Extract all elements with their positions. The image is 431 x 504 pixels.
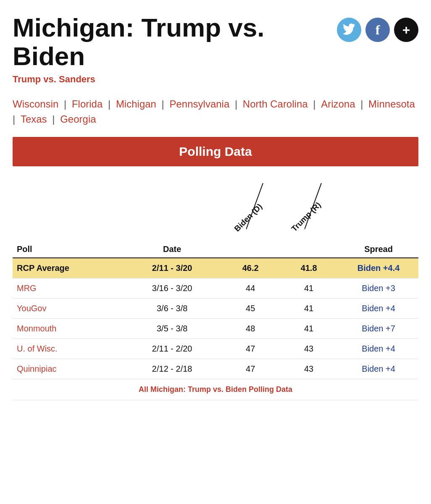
facebook-icon: f: [376, 22, 380, 38]
social-icons: f +: [337, 18, 418, 42]
spread-quinnipiac: Biden +4: [339, 359, 418, 379]
rcp-spread: Biden +4.4: [339, 258, 418, 278]
sep5: |: [310, 98, 319, 110]
table-row: MRG 3/16 - 3/20 44 41 Biden +3: [13, 278, 418, 299]
table-row: Quinnipiac 2/12 - 2/18 47 43 Biden +4: [13, 359, 418, 379]
nav-links: Wisconsin | Florida | Michigan | Pennsyl…: [13, 97, 418, 127]
sep1: |: [61, 98, 69, 110]
biden-rotated-header: Biden (D): [222, 183, 279, 241]
sep7: |: [13, 113, 18, 125]
poll-link-mrg[interactable]: MRG: [17, 284, 37, 293]
poll-name-yougov: YouGov: [13, 299, 122, 319]
rcp-date: 2/11 - 3/20: [122, 258, 222, 278]
poll-link-yougov[interactable]: YouGov: [17, 304, 46, 313]
spread-uwisc: Biden +4: [339, 339, 418, 359]
nav-link-north-carolina[interactable]: North Carolina: [243, 98, 308, 110]
polling-header: Polling Data: [13, 137, 418, 166]
trump-r-col-header: [279, 241, 339, 258]
nav-link-georgia[interactable]: Georgia: [60, 113, 96, 125]
spread-mrg: Biden +3: [339, 278, 418, 299]
twitter-button[interactable]: [337, 18, 361, 42]
spread-yougov: Biden +4: [339, 299, 418, 319]
biden-d-col-header: [222, 241, 279, 258]
header-section: Michigan: Trump vs. Biden Trump vs. Sand…: [13, 13, 418, 85]
trump-quinnipiac: 43: [279, 359, 339, 379]
rcp-poll-name: RCP Average: [13, 258, 122, 278]
table-row: YouGov 3/6 - 3/8 45 41 Biden +4: [13, 299, 418, 319]
poll-name-mrg: MRG: [13, 278, 122, 299]
poll-name-uwisc: U. of Wisc.: [13, 339, 122, 359]
footer-row: All Michigan: Trump vs. Biden Polling Da…: [13, 379, 418, 400]
rcp-average-row: RCP Average 2/11 - 3/20 46.2 41.8 Biden …: [13, 258, 418, 278]
poll-link-quinnipiac[interactable]: Quinnipiac: [17, 364, 57, 373]
all-polling-link[interactable]: All Michigan: Trump vs. Biden Polling Da…: [139, 385, 292, 394]
empty-spread-header: [339, 183, 418, 241]
sep6: |: [358, 98, 366, 110]
col-label-row: Poll Date Spread: [13, 241, 418, 258]
poll-link-uwisc[interactable]: U. of Wisc.: [17, 344, 58, 353]
poll-link-monmouth[interactable]: Monmouth: [17, 324, 57, 333]
nav-link-arizona[interactable]: Arizona: [321, 98, 355, 110]
nav-link-minnesota[interactable]: Minnesota: [368, 98, 415, 110]
main-title: Michigan: Trump vs. Biden: [13, 13, 337, 71]
empty-poll-header: [13, 183, 122, 241]
date-mrg: 3/16 - 3/20: [122, 278, 222, 299]
nav-link-michigan[interactable]: Michigan: [116, 98, 156, 110]
rotated-headers-row: Biden (D) Trump (R): [13, 183, 418, 241]
date-col-header: Date: [122, 241, 222, 258]
polling-table: Biden (D) Trump (R): [13, 183, 418, 400]
more-button[interactable]: +: [394, 18, 418, 42]
poll-col-header: Poll: [13, 241, 122, 258]
date-uwisc: 2/11 - 2/20: [122, 339, 222, 359]
footer-link-cell: All Michigan: Trump vs. Biden Polling Da…: [13, 379, 418, 400]
facebook-button[interactable]: f: [365, 18, 390, 42]
nav-link-texas[interactable]: Texas: [21, 113, 47, 125]
date-monmouth: 3/5 - 3/8: [122, 319, 222, 339]
table-wrapper: Biden (D) Trump (R): [13, 183, 418, 400]
table-row: Monmouth 3/5 - 3/8 48 41 Biden +7: [13, 319, 418, 339]
nav-link-wisconsin[interactable]: Wisconsin: [13, 98, 58, 110]
poll-name-monmouth: Monmouth: [13, 319, 122, 339]
biden-yougov: 45: [222, 299, 279, 319]
sep4: |: [232, 98, 240, 110]
trump-mrg: 41: [279, 278, 339, 299]
sep3: |: [159, 98, 167, 110]
sep8: |: [50, 113, 58, 125]
empty-date-header: [122, 183, 222, 241]
date-quinnipiac: 2/12 - 2/18: [122, 359, 222, 379]
trump-yougov: 41: [279, 299, 339, 319]
biden-mrg: 44: [222, 278, 279, 299]
trump-uwisc: 43: [279, 339, 339, 359]
twitter-icon: [343, 24, 355, 36]
nav-link-pennsylvania[interactable]: Pennsylvania: [170, 98, 230, 110]
trump-monmouth: 41: [279, 319, 339, 339]
biden-quinnipiac: 47: [222, 359, 279, 379]
rcp-biden: 46.2: [222, 258, 279, 278]
title-block: Michigan: Trump vs. Biden Trump vs. Sand…: [13, 13, 337, 85]
plus-icon: +: [402, 22, 410, 38]
table-row: U. of Wisc. 2/11 - 2/20 47 43 Biden +4: [13, 339, 418, 359]
subtitle-link[interactable]: Trump vs. Sanders: [13, 74, 95, 84]
biden-monmouth: 48: [222, 319, 279, 339]
trump-rotated-header: Trump (R): [279, 183, 339, 241]
biden-uwisc: 47: [222, 339, 279, 359]
date-yougov: 3/6 - 3/8: [122, 299, 222, 319]
spread-col-header: Spread: [339, 241, 418, 258]
poll-name-quinnipiac: Quinnipiac: [13, 359, 122, 379]
table-body: RCP Average 2/11 - 3/20 46.2 41.8 Biden …: [13, 258, 418, 400]
rcp-trump: 41.8: [279, 258, 339, 278]
spread-monmouth: Biden +7: [339, 319, 418, 339]
sep2: |: [105, 98, 113, 110]
nav-link-florida[interactable]: Florida: [72, 98, 102, 110]
page-container: Michigan: Trump vs. Biden Trump vs. Sand…: [0, 0, 431, 417]
